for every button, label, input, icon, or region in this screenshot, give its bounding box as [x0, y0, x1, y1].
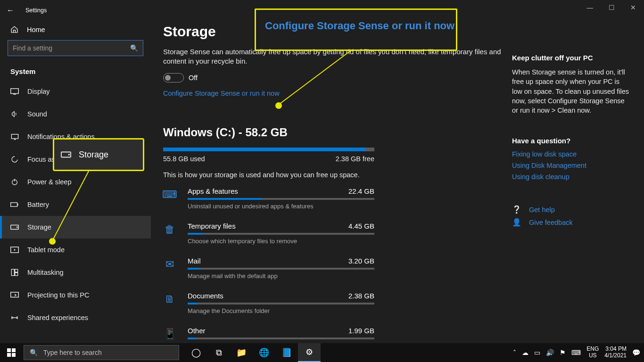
- language-indicator[interactable]: ENG US: [586, 346, 599, 359]
- nav-icon: [10, 269, 19, 276]
- tray-chevron-icon[interactable]: ˄: [513, 349, 516, 356]
- nav-icon: [10, 292, 19, 298]
- home-label: Home: [27, 26, 45, 33]
- sidebar-item-display[interactable]: Display: [0, 80, 151, 103]
- nav-label: Tablet mode: [27, 246, 65, 254]
- nav-label: Focus assist: [27, 156, 66, 163]
- toggle-state-label: Off: [189, 74, 198, 82]
- nav-label: Multitasking: [27, 269, 64, 276]
- clock[interactable]: 3:04 PM 4/1/2021: [604, 346, 627, 359]
- battery-icon[interactable]: ▭: [534, 349, 540, 356]
- close-button[interactable]: ✕: [622, 0, 644, 15]
- category-icon: ✉: [163, 258, 176, 271]
- svg-rect-5: [11, 203, 17, 206]
- category-subtext: Choose which temporary files to remove: [188, 238, 374, 245]
- nav-label: Shared experiences: [27, 314, 88, 321]
- svg-rect-0: [11, 89, 19, 94]
- svg-point-8: [17, 227, 18, 228]
- category-icon: 🗑: [163, 223, 176, 236]
- storage-category-temporary-files[interactable]: 🗑Temporary files4.45 GBChoose which temp…: [163, 222, 512, 245]
- storage-sense-toggle[interactable]: [163, 73, 184, 82]
- right-panel: Keep clutter off your PC When Storage se…: [512, 9, 639, 343]
- storage-category-documents[interactable]: 🗎Documents2.38 GBManage the Documents fo…: [163, 292, 512, 314]
- sidebar-item-battery[interactable]: Battery: [0, 193, 151, 216]
- settings-app-icon[interactable]: ⚙: [298, 343, 321, 362]
- word-app-icon[interactable]: 📘: [275, 343, 298, 362]
- home-icon: [10, 25, 18, 33]
- home-button[interactable]: Home: [0, 18, 151, 40]
- maximize-button[interactable]: ☐: [601, 0, 622, 15]
- nav-icon: [10, 156, 19, 163]
- security-icon[interactable]: ⚑: [560, 349, 566, 356]
- nav-icon: [10, 202, 19, 207]
- svg-rect-22: [7, 353, 11, 357]
- sidebar-item-focus-assist[interactable]: Focus assist: [0, 148, 151, 171]
- sidebar-item-notifications-actions[interactable]: Notifications & actions: [0, 125, 151, 148]
- chrome-icon[interactable]: 🌐: [253, 343, 275, 362]
- category-bar: [188, 337, 374, 339]
- give-feedback-link[interactable]: 👤 Give feedback: [512, 218, 630, 227]
- keyboard-icon[interactable]: ⌨: [571, 349, 581, 356]
- nav-icon: [10, 314, 19, 321]
- nav-icon: [10, 88, 19, 95]
- back-button[interactable]: ←: [7, 6, 14, 15]
- taskbar-search[interactable]: 🔍 Type here to search: [24, 345, 179, 360]
- sidebar-item-multitasking[interactable]: Multitasking: [0, 261, 151, 284]
- section-heading: System: [0, 56, 151, 80]
- category-icon: 📱: [163, 328, 176, 341]
- action-center-icon[interactable]: 💬: [632, 349, 640, 356]
- category-icon: ⌨: [163, 188, 176, 201]
- search-input[interactable]: Find a setting 🔍: [8, 40, 143, 56]
- category-size: 22.4 GB: [348, 187, 374, 195]
- help-link-disk-mgmt[interactable]: Using Disk Management: [512, 162, 630, 169]
- sidebar-item-tablet-mode[interactable]: Tablet mode: [0, 239, 151, 261]
- sidebar-item-sound[interactable]: Sound: [0, 103, 151, 125]
- drive-title: Windows (C:) - 58.2 GB: [163, 126, 512, 139]
- help-link-disk-cleanup[interactable]: Using disk cleanup: [512, 173, 630, 181]
- nav-label: Display: [27, 88, 50, 95]
- onedrive-icon[interactable]: ☁: [522, 349, 528, 356]
- category-bar: [188, 198, 374, 200]
- nav-label: Storage: [27, 223, 51, 231]
- keep-clutter-body: When Storage sense is turned on, it'll f…: [512, 67, 630, 115]
- category-name: Other: [188, 327, 206, 335]
- task-view-icon[interactable]: ⧉: [207, 343, 230, 362]
- nav-icon: [10, 224, 19, 230]
- category-bar: [188, 303, 374, 304]
- volume-icon[interactable]: 🔊: [546, 349, 554, 356]
- nav-icon: [10, 133, 19, 140]
- category-name: Temporary files: [188, 222, 236, 230]
- nav-label: Projecting to this PC: [27, 291, 89, 299]
- cortana-icon[interactable]: ◯: [185, 343, 207, 362]
- category-size: 4.45 GB: [348, 222, 374, 230]
- taskbar: 🔍 Type here to search ◯ ⧉ 📁 🌐 📘 ⚙ ˄ ☁ ▭ …: [0, 343, 644, 362]
- get-help-link[interactable]: ❔ Get help: [512, 205, 630, 214]
- sidebar-item-power-sleep[interactable]: Power & sleep: [0, 171, 151, 193]
- page-title: Storage: [163, 24, 512, 40]
- keep-clutter-title: Keep clutter off your PC: [512, 54, 630, 62]
- start-button[interactable]: [0, 343, 23, 362]
- category-icon: 🗎: [163, 293, 176, 306]
- storage-category-mail[interactable]: ✉Mail3.20 GBManage mail with the default…: [163, 257, 512, 280]
- help-link-low-disk[interactable]: Fixing low disk space: [512, 150, 630, 158]
- sidebar-item-projecting-to-this-pc[interactable]: Projecting to this PC: [0, 284, 151, 306]
- svg-rect-13: [15, 273, 18, 276]
- help-icon: ❔: [512, 205, 521, 214]
- drive-usage-bar: [163, 148, 374, 151]
- search-icon: 🔍: [130, 44, 138, 52]
- search-icon: 🔍: [30, 349, 38, 356]
- drive-free-label: 2.38 GB free: [336, 155, 374, 163]
- svg-rect-21: [12, 348, 16, 352]
- nav-label: Battery: [27, 201, 49, 208]
- sidebar-item-shared-experiences[interactable]: Shared experiences: [0, 306, 151, 329]
- configure-storage-sense-link[interactable]: Configure Storage Sense or run it now: [163, 90, 280, 97]
- file-explorer-icon[interactable]: 📁: [230, 343, 253, 362]
- storage-category-apps-features[interactable]: ⌨Apps & features22.4 GBUninstall unused …: [163, 187, 512, 210]
- sidebar-item-storage[interactable]: Storage: [0, 216, 151, 239]
- storage-category-other[interactable]: 📱Other1.99 GBManage other large folders: [163, 327, 512, 344]
- minimize-button[interactable]: —: [579, 0, 601, 15]
- drive-desc: This is how your storage is used and how…: [163, 171, 512, 179]
- svg-rect-23: [12, 353, 16, 357]
- settings-sidebar: ← Settings Home Find a setting 🔍 System …: [0, 0, 151, 343]
- category-size: 2.38 GB: [348, 292, 374, 300]
